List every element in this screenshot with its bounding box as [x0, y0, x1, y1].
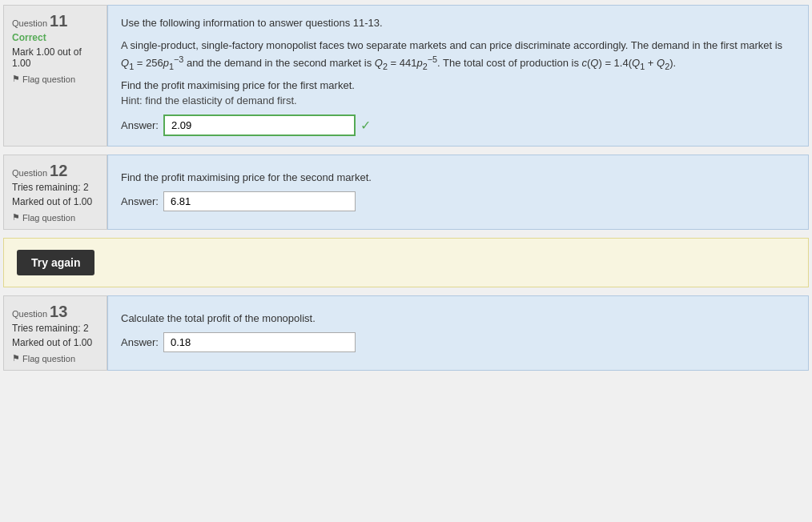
q12-flag-question[interactable]: ⚑ Flag question [12, 212, 98, 223]
q13-answer-row: Answer: [121, 332, 795, 352]
question-13-block: Question 13 Tries remaining: 2 Marked ou… [3, 295, 809, 371]
q12-tries: Tries remaining: 2 [12, 182, 98, 193]
try-again-block: Try again [3, 238, 809, 287]
question-13-content: Calculate the total profit of the monopo… [107, 295, 809, 371]
q13-answer-input[interactable] [163, 332, 356, 352]
q12-mark: Marked out of 1.00 [12, 196, 98, 207]
q11-answer-input[interactable] [163, 114, 356, 136]
page-wrapper: Question 11 Correct Mark 1.00 out of 1.0… [0, 0, 812, 522]
q11-mark: Mark 1.00 out of 1.00 [12, 46, 98, 69]
q11-description: A single-product, single-factory monopol… [121, 38, 795, 74]
q13-number: 13 [50, 303, 67, 320]
q13-answer-label: Answer: [121, 336, 159, 348]
q13-question: Calculate the total profit of the monopo… [121, 312, 795, 324]
flag-icon: ⚑ [12, 74, 20, 84]
q12-answer-input[interactable] [163, 191, 356, 211]
q11-hint: Hint: find the elasticity of demand firs… [121, 94, 795, 106]
q12-question: Find the profit maximising price for the… [121, 171, 795, 183]
question-12-content: Find the profit maximising price for the… [107, 155, 809, 230]
q11-number: 11 [50, 12, 67, 30]
question-12-block: Question 12 Tries remaining: 2 Marked ou… [3, 155, 809, 230]
q12-answer-label: Answer: [121, 195, 159, 207]
question-13-sidebar: Question 13 Tries remaining: 2 Marked ou… [3, 295, 107, 371]
q12-number: 12 [50, 162, 67, 179]
try-again-button[interactable]: Try again [17, 250, 94, 275]
q13-mark: Marked out of 1.00 [12, 337, 98, 348]
question-11-block: Question 11 Correct Mark 1.00 out of 1.0… [3, 5, 809, 147]
flag-icon-12: ⚑ [12, 212, 20, 223]
q13-flag-question[interactable]: ⚑ Flag question [12, 353, 98, 363]
q12-label: Question 12 [12, 168, 67, 178]
q11-label: Question 11 [12, 18, 67, 28]
q13-label: Question 13 [12, 309, 67, 319]
q11-answer-label: Answer: [121, 119, 159, 131]
q11-answer-row: Answer: ✓ [121, 114, 795, 136]
q11-question: Find the profit maximising price for the… [121, 79, 795, 91]
question-11-content: Use the following information to answer … [107, 5, 809, 147]
question-11-sidebar: Question 11 Correct Mark 1.00 out of 1.0… [3, 5, 107, 147]
q11-intro: Use the following information to answer … [121, 15, 795, 31]
q11-flag-question[interactable]: ⚑ Flag question [12, 74, 98, 84]
q11-flag-label: Flag question [22, 74, 75, 84]
q13-flag-label: Flag question [22, 354, 75, 363]
question-12-sidebar: Question 12 Tries remaining: 2 Marked ou… [3, 155, 107, 230]
flag-icon-13: ⚑ [12, 353, 20, 363]
q12-answer-row: Answer: [121, 191, 795, 211]
q12-flag-label: Flag question [22, 213, 75, 223]
q11-status: Correct [12, 32, 98, 43]
q11-check-icon: ✓ [360, 118, 371, 133]
q13-tries: Tries remaining: 2 [12, 323, 98, 334]
